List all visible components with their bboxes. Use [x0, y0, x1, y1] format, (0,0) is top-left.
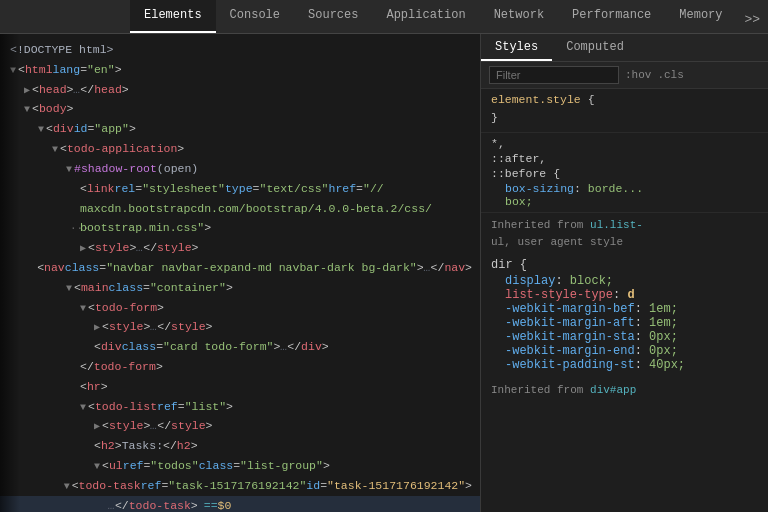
style-property-line: -webkit-margin-end: 0px;	[505, 344, 758, 358]
hov-option[interactable]: :hov	[625, 69, 651, 81]
arrow-icon[interactable]	[24, 83, 30, 99]
style-property-line: list-style-type: d	[505, 288, 758, 302]
code-panel: ... <!DOCTYPE html> <html lang="en" > <h…	[0, 34, 480, 512]
style-rule-universal: *, ::after, ::before { box-sizing: borde…	[481, 133, 768, 213]
style-selector: *,	[491, 137, 758, 150]
style-selector: ::after,	[491, 152, 758, 165]
arrow-icon[interactable]	[52, 142, 58, 158]
arrow-icon[interactable]	[80, 400, 86, 416]
cls-option[interactable]: .cls	[657, 69, 683, 81]
code-line: <todo-form >	[0, 298, 480, 318]
code-line: <!DOCTYPE html>	[0, 40, 480, 60]
filter-input[interactable]	[489, 66, 619, 84]
style-property-line: display: block;	[505, 274, 758, 288]
code-line: <hr>	[0, 377, 480, 397]
code-line: <todo-task ref="task-1517176192142" id="…	[0, 476, 480, 496]
arrow-icon[interactable]	[10, 63, 16, 79]
styles-panel: Styles Computed :hov .cls element.style …	[480, 34, 768, 512]
filter-options: :hov .cls	[625, 69, 684, 81]
tab-console[interactable]: Console	[216, 0, 294, 33]
style-property-line: box;	[505, 195, 758, 208]
code-line: maxcdn.bootstrapcdn.com/bootstrap/4.0.0-…	[0, 199, 480, 219]
style-property-line: box-sizing: borde...	[505, 182, 758, 195]
style-rule-dir: dir { display: block; list-style-type: d…	[481, 258, 768, 378]
code-line: <ul ref="todos" class="list-group" >	[0, 456, 480, 476]
filter-bar: :hov .cls	[481, 62, 768, 89]
code-line: <nav class="navbar navbar-expand-md navb…	[0, 258, 480, 278]
code-line: <head> … </head>	[0, 80, 480, 100]
arrow-icon[interactable]	[94, 459, 100, 475]
style-property-line: -webkit-margin-sta: 0px;	[505, 330, 758, 344]
style-property-line: -webkit-padding-st: 40px;	[505, 358, 758, 372]
tab-elements[interactable]: Elements	[130, 0, 216, 33]
code-line: #shadow-root (open)	[0, 159, 480, 179]
arrow-icon[interactable]	[94, 320, 100, 336]
style-property-line: -webkit-margin-bef: 1em;	[505, 302, 758, 316]
code-line: <html lang="en" >	[0, 60, 480, 80]
arrow-icon[interactable]	[64, 479, 70, 495]
code-line: <body>	[0, 99, 480, 119]
code-line: <style> … </style>	[0, 317, 480, 337]
arrow-icon[interactable]	[66, 162, 72, 178]
devtools-tab-bar: Elements Console Sources Application Net…	[0, 0, 768, 34]
inherited-label: Inherited from ul.list-	[491, 219, 758, 231]
tab-styles[interactable]: Styles	[481, 34, 552, 61]
main-layout: ... <!DOCTYPE html> <html lang="en" > <h…	[0, 34, 768, 512]
tab-application[interactable]: Application	[372, 0, 479, 33]
inherited-label-2: Inherited from div#app	[491, 384, 758, 396]
code-line: <todo-list ref="list" >	[0, 397, 480, 417]
code-line: </todo-form>	[0, 357, 480, 377]
arrow-icon[interactable]	[80, 301, 86, 317]
arrow-icon[interactable]	[24, 102, 30, 118]
code-line: <h2> Tasks: </h2>	[0, 436, 480, 456]
code-line: <main class="container" >	[0, 278, 480, 298]
style-dir-selector: dir {	[491, 258, 758, 272]
tab-computed[interactable]: Computed	[552, 34, 638, 61]
dots: ...	[70, 220, 90, 232]
arrow-icon[interactable]	[66, 281, 72, 297]
style-property-line: -webkit-margin-aft: 1em;	[505, 316, 758, 330]
arrow-icon[interactable]	[38, 122, 44, 138]
tab-memory[interactable]: Memory	[665, 0, 736, 33]
style-ua-label: ul, user agent style	[491, 233, 758, 252]
arrow-icon[interactable]	[94, 419, 100, 435]
style-selector: ::before {	[491, 167, 758, 180]
style-line: }	[491, 108, 758, 128]
style-selector: element.style {	[491, 93, 758, 106]
arrow-icon[interactable]	[80, 241, 86, 257]
code-line: <style> … </style>	[0, 238, 480, 258]
code-line: <link rel="stylesheet" type="text/css" h…	[0, 179, 480, 199]
code-line: <style> … </style>	[0, 416, 480, 436]
tab-sources[interactable]: Sources	[294, 0, 372, 33]
tab-performance[interactable]: Performance	[558, 0, 665, 33]
styles-tabs: Styles Computed	[481, 34, 768, 62]
code-line: <div id="app" >	[0, 119, 480, 139]
code-line: <todo-application >	[0, 139, 480, 159]
style-block: ul, user agent style	[481, 233, 768, 258]
tab-more[interactable]: >>	[737, 6, 768, 33]
tab-network[interactable]: Network	[480, 0, 558, 33]
code-line: <div class="card todo-form" >…</div>	[0, 337, 480, 357]
style-rule-element: element.style { }	[481, 89, 768, 133]
code-line: … </todo-task> == $0	[0, 496, 480, 512]
